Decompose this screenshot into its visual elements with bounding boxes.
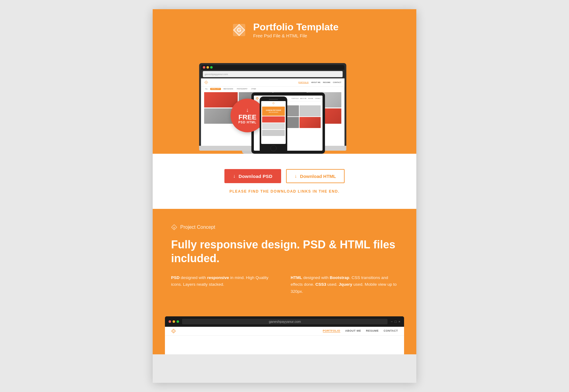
concept-col-1: PSD designed with responsive in mind. Hi… — [171, 274, 278, 295]
browser-controls: − □ × — [391, 320, 400, 323]
download-html-icon: ↓ — [295, 173, 297, 179]
svg-marker-7 — [273, 102, 274, 104]
b-nav-about: ABOUT ME — [345, 329, 361, 333]
t-nav-2: ABOUT ME — [300, 98, 307, 99]
download-html-label: Download HTML — [300, 174, 336, 179]
phone-hero: GANESH PAYYANUR WEB DESIGNER — [262, 107, 285, 116]
download-notice: PLEASE FIND THE DOWNLOAD LINKS IN THE EN… — [229, 189, 339, 194]
download-psd-label: Download PSD — [239, 174, 272, 179]
phone-speaker — [269, 99, 278, 100]
tg-6 — [300, 117, 321, 128]
t-nav-1: PORTFOLIO — [292, 98, 299, 99]
free-badge-text: FREE — [239, 114, 257, 121]
download-psd-button[interactable]: ↓ Download PSD — [224, 169, 281, 183]
filter-web: WEB DESIGNS — [222, 88, 235, 90]
download-buttons: ↓ Download PSD ↓ Download HTML — [224, 169, 345, 183]
page-wrapper: G Portfolio Template Free Psd File & HTM… — [153, 9, 416, 383]
dot-yellow — [207, 66, 209, 69]
brand-subtitle: Free Psd File & HTML File — [253, 33, 339, 38]
browser-minimize-icon: − — [391, 320, 392, 323]
filter-mobile: MOBILE APP — [210, 88, 221, 90]
download-section: ↓ Download PSD ↓ Download HTML PLEASE FI… — [153, 154, 416, 209]
phone-screen: GANESH PAYYANUR WEB DESIGNER — [261, 101, 286, 144]
filter-photo: PHOTOGRAPHY — [235, 88, 249, 90]
brand-logo-icon: G — [231, 21, 248, 39]
phone-hero-title: WEB DESIGNER — [266, 111, 281, 113]
phone-screen-inner: GANESH PAYYANUR WEB DESIGNER — [261, 101, 286, 144]
tablet-logo-icon: G — [256, 97, 259, 100]
svg-text:G: G — [257, 98, 258, 99]
download-psd-icon: ↓ — [233, 173, 235, 179]
browser-preview: ganeshpayyanur.com − □ × G — [153, 310, 416, 354]
browser-toolbar: ganeshpayyanur.com − □ × — [165, 316, 404, 327]
concept-col-2: HTML designed with Bootstrap. CSS transi… — [291, 274, 398, 295]
phone-item-3 — [262, 130, 285, 136]
phone-item-2 — [262, 123, 285, 129]
svg-text:G: G — [173, 330, 174, 332]
phone-item-1 — [262, 116, 285, 123]
svg-text:G: G — [206, 82, 207, 83]
screen-filter-bar: ALL MOBILE APP WEB DESIGNS PHOTOGRAPHY O… — [201, 87, 345, 91]
concept-col-2-text: HTML designed with Bootstrap. CSS transi… — [291, 274, 398, 295]
dot-red — [203, 66, 205, 69]
b-nav-resume: RESUME — [366, 329, 379, 333]
free-badge: ↓ FREE PSD HTML — [231, 99, 264, 132]
browser-maximize-icon: □ — [395, 320, 397, 323]
browser-dot-red — [169, 320, 171, 323]
brand-title: Portfolio Template — [253, 22, 339, 32]
download-html-button[interactable]: ↓ Download HTML — [286, 169, 345, 183]
grid-item-1 — [204, 92, 238, 107]
concept-col-1-text: PSD designed with responsive in mind. Hi… — [171, 274, 278, 288]
brand-row: G Portfolio Template Free Psd File & HTM… — [231, 21, 339, 39]
phone-hero-name: GANESH PAYYANUR — [266, 109, 281, 111]
concept-label-row: G Project Concept — [171, 224, 398, 230]
browser-screen-content: G PORTFOLIO ABOUT ME RESUME CONTACT — [165, 327, 404, 354]
concept-columns: PSD designed with responsive in mind. Hi… — [171, 274, 398, 295]
browser-content: G PORTFOLIO ABOUT ME RESUME CONTACT — [165, 327, 404, 354]
screen-nav-links: PORTFOLIO ABOUT ME RESUME CONTACT — [298, 81, 341, 84]
nav-resume: RESUME — [323, 81, 330, 84]
browser-dots — [169, 320, 179, 323]
phone-content: GANESH PAYYANUR WEB DESIGNER — [261, 106, 286, 137]
browser-url-text: ganeshpayyanur.com — [269, 320, 301, 323]
browser-url-bar: ganeshpayyanur.com — [182, 319, 388, 324]
screen-logo-icon: G — [204, 80, 208, 85]
phone-items — [262, 116, 285, 136]
browser-nav-links: PORTFOLIO ABOUT ME RESUME CONTACT — [323, 329, 398, 333]
filter-other: OTHER — [250, 88, 257, 90]
browser-dot-green — [177, 320, 179, 323]
svg-text:G: G — [174, 227, 175, 229]
screen-nav: G PORTFOLIO ABOUT ME RESUME CONTACT — [201, 78, 345, 87]
b-nav-contact: CONTACT — [384, 329, 398, 333]
devices-area: ↓ FREE PSD HTML ganeshpayyanur.com — [171, 50, 398, 154]
tablet-nav-links: PORTFOLIO ABOUT ME RESUME CONTACT — [292, 98, 321, 99]
download-badge-icon: ↓ — [246, 107, 249, 113]
free-badge-sub: PSD HTML — [238, 121, 256, 124]
t-nav-3: RESUME — [308, 98, 313, 99]
phone-mockup: GANESH PAYYANUR WEB DESIGNER — [260, 96, 287, 154]
tg-3 — [300, 105, 321, 116]
filter-all: ALL — [204, 88, 209, 90]
phone-logo-icon — [272, 102, 275, 104]
browser-logo-icon: G — [171, 329, 176, 334]
browser-dot-yellow — [173, 320, 175, 323]
header-section: G Portfolio Template Free Psd File & HTM… — [153, 9, 416, 154]
laptop-dots — [201, 65, 345, 70]
t-nav-4: CONTACT — [315, 98, 321, 99]
laptop-url-bar: ganeshpayyanur.com — [203, 71, 343, 77]
b-nav-portfolio: PORTFOLIO — [323, 329, 340, 333]
concept-label-text: Project Concept — [180, 224, 215, 230]
concept-section: G Project Concept Fully responsive desig… — [153, 209, 416, 310]
nav-contact: CONTACT — [333, 81, 342, 84]
browser-close-icon: × — [399, 320, 400, 323]
phone-frame: GANESH PAYYANUR WEB DESIGNER — [260, 96, 287, 154]
nav-about: ABOUT ME — [311, 81, 321, 84]
nav-portfolio: PORTFOLIO — [298, 81, 309, 84]
browser-nav: G PORTFOLIO ABOUT ME RESUME CONTACT — [165, 327, 404, 336]
concept-heading: Fully responsive design. PSD & HTML file… — [171, 238, 398, 265]
phone-home-button — [270, 145, 277, 151]
phone-nav — [261, 101, 286, 106]
dot-green — [210, 66, 213, 69]
browser-window: ganeshpayyanur.com − □ × G — [165, 316, 404, 354]
svg-text:G: G — [237, 27, 241, 33]
